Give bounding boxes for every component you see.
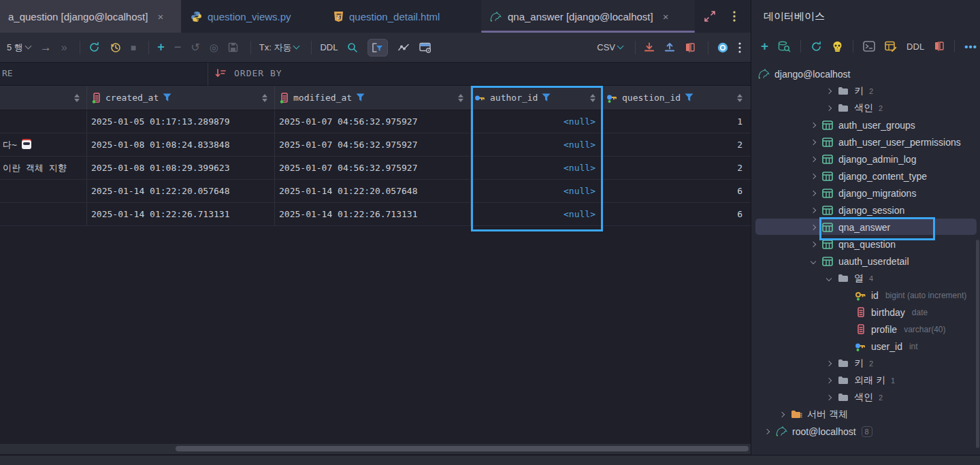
cell-question-id[interactable]: 6 [603,203,751,225]
cell-author-id[interactable]: <null> [471,133,603,156]
cell-text[interactable] [0,110,87,133]
tree-item-auth-user-user-permissions[interactable]: auth_user_user_permissions [751,133,980,150]
tree-item-uauth-userdetail[interactable]: uauth_userdetail [751,253,980,270]
chart-icon[interactable] [397,42,410,52]
chevron-right-icon[interactable] [774,413,789,417]
cell-question-id[interactable]: 2 [603,157,751,179]
cell-question-id[interactable]: 6 [603,180,751,202]
cell-modified-at[interactable]: 2025-01-07 04:56:32.975927 [275,157,471,179]
chevron-right-icon[interactable] [806,191,821,195]
chevron-right-icon[interactable] [821,106,836,110]
cell-author-id[interactable]: <null> [471,180,603,202]
tab-question-views[interactable]: question_views.py [182,0,299,33]
sort-arrows-icon[interactable] [737,94,742,102]
more-options-kebab-icon[interactable] [738,42,741,53]
table-view-options-icon[interactable] [419,42,432,53]
sort-arrows-icon[interactable] [590,94,595,102]
column-header-created-at[interactable]: created_at [87,86,275,110]
more-options-icon[interactable]: ••• [964,41,977,52]
cell-modified-at[interactable]: 2025-01-07 04:56:32.975927 [275,133,471,156]
table-row[interactable]: 2025-01-14 01:22:20.0576482025-01-14 01:… [0,180,751,203]
cell-author-id[interactable]: <null> [471,157,603,179]
tab-question-detail[interactable]: 5 question_detail.html [325,0,448,33]
tree-item-birthday[interactable]: birthdaydate [751,304,980,321]
chevron-right-icon[interactable] [760,430,774,434]
cell-created-at[interactable]: 2025-01-08 01:08:29.399623 [87,157,275,179]
cell-created-at[interactable]: 2025-01-05 01:17:13.289879 [87,110,275,133]
column-header-author-id[interactable]: author_id [471,86,603,110]
vertical-scrollbar-thumb[interactable] [976,240,979,448]
row-filter-toggle[interactable] [368,39,388,57]
filter-icon[interactable] [542,93,551,102]
tree-item-id[interactable]: idbigint (auto increment) [751,287,980,304]
page-size-select[interactable]: 5 행 [7,42,31,54]
export-format-select[interactable]: CSV [597,42,623,52]
stop-icon[interactable]: ■ [131,42,136,53]
view-options-eye-icon[interactable] [717,42,729,54]
compare-icon[interactable] [934,41,945,52]
cell-modified-at[interactable]: 2025-01-14 01:22:20.057648 [275,180,471,202]
chevron-right-icon[interactable] [806,140,821,144]
tree-item--[interactable]: 키2 [751,82,980,99]
history-icon[interactable] [110,42,121,53]
chevron-down-icon[interactable] [806,259,821,263]
cell-created-at[interactable]: 2025-01-14 01:22:26.713131 [87,203,275,225]
sort-arrows-icon[interactable] [458,94,463,102]
more-tabs-kebab-icon[interactable] [727,9,742,24]
chevron-down-icon[interactable] [821,276,836,280]
tree-item-auth-user-groups[interactable]: auth_user_groups [751,116,980,133]
edit-data-icon[interactable] [885,41,897,52]
tree-item-django-session[interactable]: django_session [751,202,980,219]
cell-modified-at[interactable]: 2025-01-07 04:56:32.975927 [275,110,471,133]
tree-item-django-admin-log[interactable]: django_admin_log [751,150,980,167]
add-row-icon[interactable]: + [157,40,165,54]
order-by-input[interactable]: ORDER BY [234,68,282,78]
expand-window-icon[interactable] [702,9,717,24]
export-data-icon[interactable] [644,42,655,53]
kill-process-skull-icon[interactable] [832,41,843,52]
table-row[interactable]: 2025-01-05 01:17:13.2898792025-01-07 04:… [0,110,751,133]
tree-item-profile[interactable]: profilevarchar(40) [751,321,980,338]
last-page-icon[interactable]: » [61,42,67,54]
tree-item-django-content-type[interactable]: django_content_type [751,167,980,185]
cell-text[interactable]: 다~ [0,133,87,156]
tree-item-root-localhost[interactable]: root@localhost8 [751,423,980,440]
chevron-right-icon[interactable] [806,174,821,178]
tree-item-django-localhost[interactable]: django@localhost [751,65,980,82]
preview-changes-icon[interactable]: ◎ [210,42,218,54]
table-row[interactable]: 이란 객체 지향2025-01-08 01:08:29.3996232025-0… [0,157,751,180]
new-datasource-icon[interactable]: + [761,39,768,54]
cell-question-id[interactable]: 1 [603,110,751,133]
refresh-icon[interactable] [88,42,100,53]
column-header-blank[interactable] [0,86,87,110]
chevron-right-icon[interactable] [821,396,836,400]
revert-icon[interactable]: ↺ [191,41,199,54]
tree-item-qna-answer[interactable]: qna_answer [751,219,980,236]
sort-arrows-icon[interactable] [74,94,80,102]
cell-text[interactable] [0,203,87,225]
column-header-modified-at[interactable]: modified_at [275,86,471,110]
chevron-right-icon[interactable] [821,362,836,366]
tree-item-qna-question[interactable]: qna_question [751,236,980,253]
chevron-right-icon[interactable] [821,379,836,383]
tree-item--[interactable]: 외래 키1 [751,372,980,389]
ddl-button[interactable]: DDL [906,42,924,52]
delete-row-icon[interactable]: − [174,40,182,54]
ddl-button[interactable]: DDL [320,42,338,52]
cell-text[interactable] [0,180,87,202]
cell-author-id[interactable]: <null> [471,110,603,133]
chevron-right-icon[interactable] [806,208,821,212]
cell-created-at[interactable]: 2025-01-14 01:22:20.057648 [87,180,275,202]
chevron-right-icon[interactable] [806,123,821,127]
chevron-right-icon[interactable] [821,89,836,93]
cell-question-id[interactable]: 2 [603,133,751,156]
refresh-icon[interactable] [811,41,822,52]
horizontal-scrollbar[interactable] [0,444,751,454]
save-icon[interactable] [228,42,238,52]
table-row[interactable]: 다~2025-01-08 01:08:24.8338482025-01-07 0… [0,133,751,157]
horizontal-scrollbar-thumb[interactable] [176,446,749,451]
tree-item--[interactable]: 서버 객체 [751,406,980,423]
tab-qna-question[interactable]: a_question [django@localhost] × [0,0,181,33]
where-input[interactable]: RE [2,68,13,78]
chevron-right-icon[interactable] [806,225,821,229]
